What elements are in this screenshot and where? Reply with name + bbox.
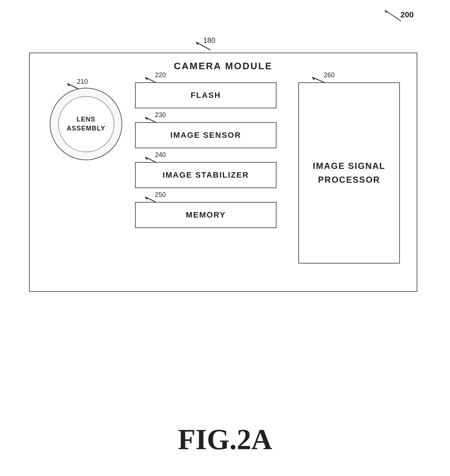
lens-assembly-container: LENS ASSEMBLY (50, 88, 126, 164)
isp-box: IMAGE SIGNAL PROCESSOR (298, 82, 400, 264)
memory-box: MEMORY (135, 202, 277, 228)
image-sensor-ref-label: 230 (155, 111, 166, 119)
lens-circle-inner: LENS ASSEMBLY (58, 96, 114, 152)
camera-module-ref: 180 (203, 36, 215, 45)
camera-module-box: CAMERA MODULE 210 LENS ASSEMBLY 220 FLAS… (29, 53, 417, 292)
flash-box: FLASH (135, 82, 277, 108)
image-stabilizer-ref-label: 240 (155, 151, 166, 159)
camera-module-title: CAMERA MODULE (30, 61, 417, 72)
flash-label: FLASH (191, 91, 221, 100)
lens-ref-label: 210 (77, 78, 88, 86)
lens-circle-outer: LENS ASSEMBLY (50, 88, 122, 160)
image-stabilizer-box: IMAGE STABILIZER (135, 162, 277, 188)
svg-marker-1 (385, 10, 388, 13)
arrow-200-icon (381, 7, 406, 25)
isp-ref-label: 260 (324, 71, 335, 79)
isp-label: IMAGE SIGNAL PROCESSOR (313, 159, 385, 187)
lens-assembly-label: LENS ASSEMBLY (67, 115, 105, 133)
memory-ref-label: 250 (155, 191, 166, 199)
memory-label: MEMORY (186, 210, 226, 220)
image-stabilizer-label: IMAGE STABILIZER (163, 170, 249, 180)
flash-ref-label: 220 (155, 71, 166, 79)
image-sensor-label: IMAGE SENSOR (170, 131, 241, 140)
image-sensor-box: IMAGE SENSOR (135, 122, 277, 148)
figure-label: FIG.2A (0, 423, 450, 456)
